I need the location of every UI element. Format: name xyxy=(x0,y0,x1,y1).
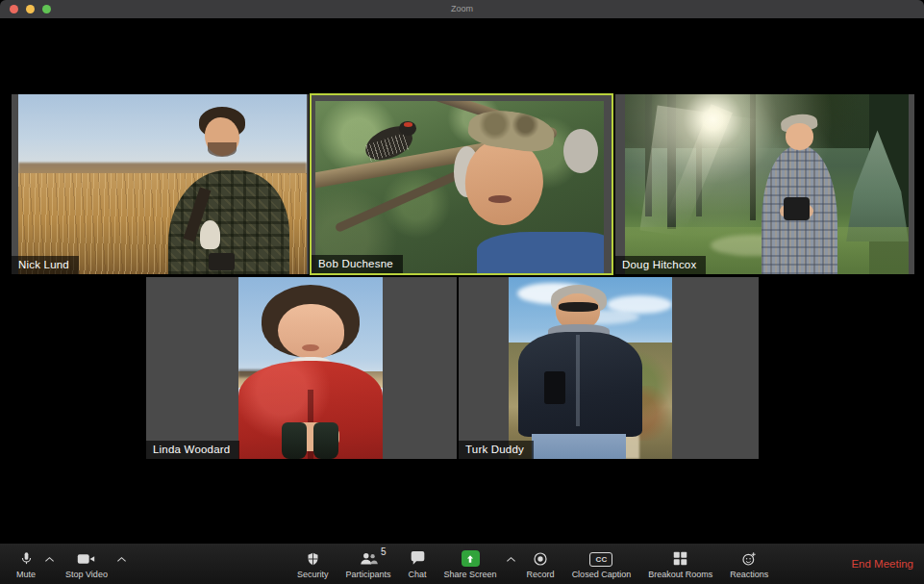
participants-icon: 5 xyxy=(360,550,378,567)
share-screen-button[interactable]: Share Screen xyxy=(436,544,506,579)
closed-caption-label: Closed Caption xyxy=(572,570,632,579)
jacket-zipper xyxy=(576,335,580,426)
video-tile-nick-lund[interactable]: Nick Lund xyxy=(12,94,309,274)
video-tile-linda-woodard[interactable]: Linda Woodard xyxy=(146,277,457,459)
chat-bubble-icon xyxy=(410,550,426,567)
participant-name-tag: Nick Lund xyxy=(12,256,79,274)
binoculars xyxy=(313,422,338,459)
participant-name-tag: Bob Duchesne xyxy=(312,255,403,273)
share-screen-green-box xyxy=(462,550,480,567)
share-screen-label: Share Screen xyxy=(444,570,497,579)
end-meeting-button[interactable]: End Meeting xyxy=(851,544,913,584)
stop-video-options-caret[interactable] xyxy=(116,544,129,563)
participant-video xyxy=(18,94,307,274)
participant-name-tag: Turk Duddy xyxy=(459,441,534,459)
person-mouth xyxy=(488,195,512,202)
participant-name-tag: Linda Woodard xyxy=(146,441,239,459)
binoculars xyxy=(282,422,307,459)
person-blue-jacket xyxy=(477,232,604,273)
navy-jacket xyxy=(518,332,642,438)
record-button[interactable]: Record xyxy=(518,544,563,579)
breakout-rooms-button[interactable]: Breakout Rooms xyxy=(639,544,721,579)
binoculars xyxy=(544,371,565,404)
share-screen-options-caret[interactable] xyxy=(506,544,518,563)
chat-label: Chat xyxy=(409,570,427,579)
video-tile-turk-duddy[interactable]: Turk Duddy xyxy=(459,277,759,459)
person-face xyxy=(786,123,814,150)
mute-button[interactable]: Mute xyxy=(8,544,44,579)
spruce-grouse-red-comb xyxy=(404,122,412,126)
participant-video xyxy=(625,94,909,274)
window-title: Zoom xyxy=(0,0,924,18)
chevron-up-icon xyxy=(116,555,127,563)
participant-video xyxy=(315,101,604,273)
person-tshirt xyxy=(200,220,220,249)
video-camera-icon xyxy=(77,550,95,567)
record-label: Record xyxy=(527,570,555,579)
participants-label: Participants xyxy=(346,570,391,579)
person-gray-hair xyxy=(563,129,598,174)
reactions-button[interactable]: Reactions xyxy=(721,544,777,579)
closed-caption-icon: CC xyxy=(589,550,612,567)
record-icon xyxy=(533,550,548,567)
share-screen-icon xyxy=(462,550,480,567)
cc-glyph: CC xyxy=(589,552,612,567)
breakout-rooms-label: Breakout Rooms xyxy=(648,570,712,579)
security-label: Security xyxy=(297,570,329,579)
sunglasses xyxy=(559,302,598,311)
closed-caption-button[interactable]: CC Closed Caption xyxy=(563,544,640,579)
breakout-rooms-grid-icon xyxy=(673,550,687,567)
participants-count-badge: 5 xyxy=(381,546,387,557)
participant-video xyxy=(238,277,383,459)
person-jeans xyxy=(532,434,627,459)
shield-icon xyxy=(306,550,320,567)
meeting-actions: Security 5 Participants Chat xyxy=(288,544,777,579)
mute-options-caret[interactable] xyxy=(44,544,57,563)
stop-video-label: Stop Video xyxy=(65,570,108,579)
participants-button[interactable]: 5 Participants xyxy=(337,544,400,579)
security-button[interactable]: Security xyxy=(288,544,337,579)
audio-video-controls: Mute Stop Video xyxy=(8,544,129,579)
chat-button[interactable]: Chat xyxy=(400,544,436,579)
mute-label: Mute xyxy=(16,570,36,579)
video-tile-doug-hitchcox[interactable]: Doug Hitchcox xyxy=(615,94,914,274)
title-bar: Zoom xyxy=(0,0,924,18)
binoculars xyxy=(209,253,235,271)
binoculars xyxy=(784,197,810,220)
chevron-up-icon xyxy=(506,555,516,563)
microphone-icon xyxy=(19,550,34,567)
participant-video xyxy=(509,277,672,459)
reactions-smiley-icon xyxy=(741,550,757,567)
video-tile-bob-duchesne-active-speaker[interactable]: Bob Duchesne xyxy=(310,93,613,275)
reactions-label: Reactions xyxy=(730,570,768,579)
stop-video-button[interactable]: Stop Video xyxy=(57,544,116,579)
participant-name-tag: Doug Hitchcox xyxy=(615,256,706,274)
meeting-toolbar: Mute Stop Video xyxy=(0,544,924,584)
chevron-up-icon xyxy=(44,555,55,563)
